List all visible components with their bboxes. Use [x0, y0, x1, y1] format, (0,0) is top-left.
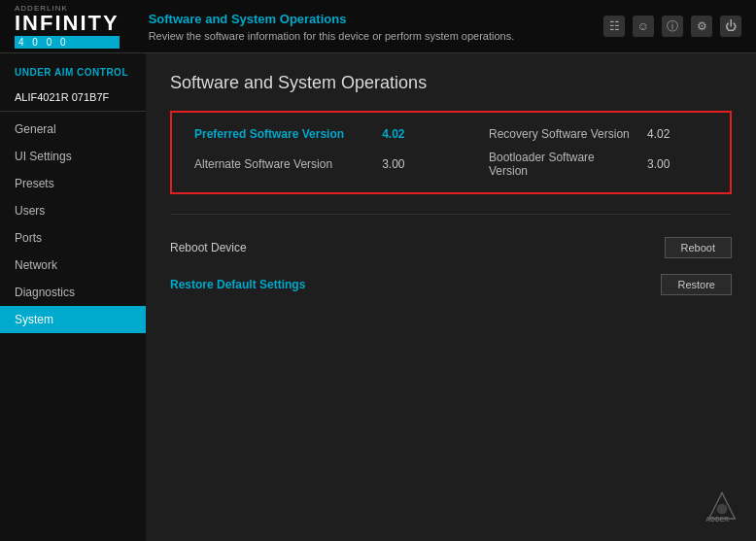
aim-control-status: UNDER AIM CONTROL [0, 61, 146, 87]
model-number: 4 0 0 0 [15, 36, 120, 49]
sidebar-item-diagnostics[interactable]: Diagnostics [0, 279, 146, 306]
alternate-version-value: 3.00 [374, 146, 450, 183]
content-area: Software and System Operations Preferred… [146, 53, 756, 541]
page-title: Software and System Operations [149, 12, 603, 26]
preferred-version-value: 4.02 [374, 122, 450, 146]
header-icons: ☷ ☺ ⓘ ⚙ ⏻ [603, 16, 741, 37]
alternate-version-label: Alternate Software Version [187, 146, 374, 183]
sidebar-item-ui-settings[interactable]: UI Settings [0, 143, 146, 170]
info-icon[interactable]: ⓘ [662, 16, 683, 37]
reboot-label: Reboot Device [170, 241, 665, 254]
restore-button[interactable]: Restore [661, 274, 732, 295]
recovery-version-label: Recovery Software Version [450, 122, 639, 146]
software-info-table: Preferred Software Version 4.02 Recovery… [170, 111, 732, 194]
recovery-version-value: 4.02 [639, 122, 715, 146]
grid-icon[interactable]: ☷ [603, 16, 625, 37]
divider [170, 214, 732, 215]
device-name: ALIF4021R 071B7F [0, 87, 146, 112]
sidebar-item-presets[interactable]: Presets [0, 170, 146, 197]
sidebar-item-general[interactable]: General [0, 116, 146, 143]
version-table: Preferred Software Version 4.02 Recovery… [187, 122, 715, 183]
restore-label: Restore Default Settings [170, 278, 661, 291]
main-layout: UNDER AIM CONTROL ALIF4021R 071B7F Gener… [0, 53, 756, 541]
sidebar-item-ports[interactable]: Ports [0, 224, 146, 252]
top-header: ADDERLink INFINITY 4 0 0 0 Software and … [0, 0, 756, 53]
user-icon[interactable]: ☺ [633, 16, 654, 37]
footer-logo: ADDER [703, 490, 741, 531]
content-title: Software and System Operations [170, 73, 732, 93]
bootloader-version-label: Bootloader Software Version [450, 146, 639, 183]
reboot-button[interactable]: Reboot [665, 237, 732, 258]
restore-operation-row: Restore Default Settings Restore [170, 266, 732, 303]
logo-area: ADDERLink INFINITY 4 0 0 0 [15, 4, 120, 49]
preferred-version-label: Preferred Software Version [187, 122, 374, 146]
sidebar-item-system[interactable]: System [0, 306, 146, 333]
svg-point-2 [717, 504, 728, 515]
settings-icon[interactable]: ⚙ [691, 16, 712, 37]
infinity-logo: INFINITY [15, 13, 120, 34]
table-row: Alternate Software Version 3.00 Bootload… [187, 146, 715, 183]
bootloader-version-value: 3.00 [639, 146, 715, 183]
header-text: Software and System Operations Review th… [139, 12, 603, 42]
page-subtitle: Review the software information for this… [149, 30, 603, 42]
sidebar: UNDER AIM CONTROL ALIF4021R 071B7F Gener… [0, 53, 146, 541]
sidebar-item-users[interactable]: Users [0, 197, 146, 224]
sidebar-item-network[interactable]: Network [0, 252, 146, 279]
table-row: Preferred Software Version 4.02 Recovery… [187, 122, 715, 146]
reboot-operation-row: Reboot Device Reboot [170, 229, 732, 266]
power-icon[interactable]: ⏻ [720, 16, 741, 37]
